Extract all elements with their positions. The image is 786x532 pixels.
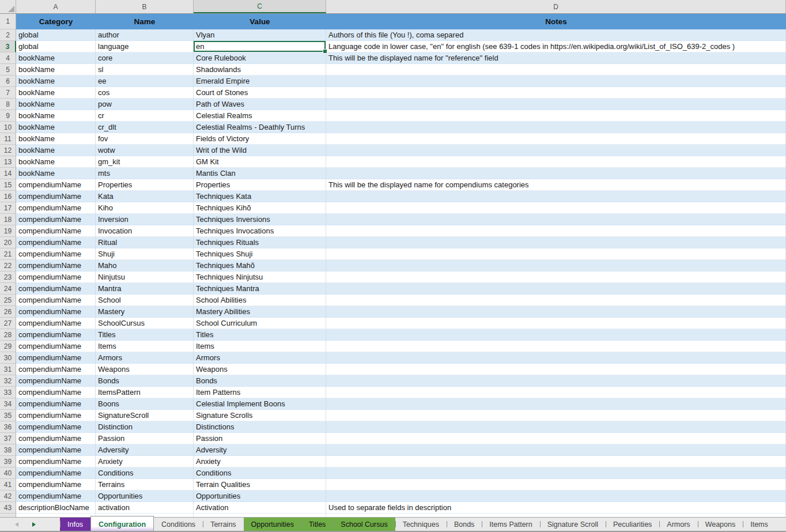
row-number[interactable]: 8 <box>0 99 16 110</box>
column-header[interactable]: A <box>16 0 96 13</box>
cell-value[interactable]: Adversity <box>194 444 326 456</box>
cell-category[interactable]: compendiumName <box>16 433 96 444</box>
cell-name[interactable]: cos <box>96 87 194 99</box>
cell-value[interactable]: Bonds <box>194 375 326 387</box>
cell-category[interactable]: compendiumName <box>16 214 96 225</box>
cell-name[interactable]: Properties <box>96 179 194 191</box>
cell-notes[interactable]: Language code in lower case, "en" for en… <box>326 41 786 52</box>
cell-name[interactable]: activation <box>96 502 194 514</box>
cell-category[interactable]: bookName <box>16 168 96 179</box>
cell-notes[interactable] <box>326 433 786 444</box>
cell-name[interactable]: fov <box>96 133 194 145</box>
row-number[interactable]: 9 <box>0 110 16 122</box>
sheet-tab[interactable]: Conditions <box>154 518 203 531</box>
cell-value[interactable]: Mastery Abilities <box>194 306 326 318</box>
cell-category[interactable]: compendiumName <box>16 364 96 375</box>
cell-name[interactable]: Maho <box>96 260 194 271</box>
sheet-tab[interactable]: Titles <box>301 518 333 531</box>
cell-name[interactable]: core <box>96 52 194 64</box>
cell-value[interactable]: Items <box>194 341 326 352</box>
cell-category[interactable]: bookName <box>16 133 96 145</box>
table-header-cell[interactable]: Category <box>16 14 96 29</box>
cell-notes[interactable] <box>326 352 786 364</box>
cell-value[interactable]: Techniques Kata <box>194 191 326 202</box>
cell-name[interactable]: Weapons <box>96 364 194 375</box>
cell-notes[interactable] <box>326 214 786 225</box>
cell-category[interactable]: compendiumName <box>16 341 96 352</box>
row-number[interactable]: 3 <box>0 41 16 52</box>
table-header-cell[interactable]: Notes <box>326 14 786 29</box>
cell-category[interactable]: bookName <box>16 145 96 156</box>
cell-notes[interactable] <box>326 76 786 87</box>
cell-value[interactable]: Item Patterns <box>194 387 326 398</box>
cell-notes[interactable] <box>326 421 786 433</box>
cell-value[interactable]: Terrain Qualities <box>194 479 326 491</box>
row-number[interactable]: 20 <box>0 237 16 248</box>
cell-category[interactable]: compendiumName <box>16 271 96 283</box>
row-number[interactable]: 1 <box>0 14 16 29</box>
cell-value[interactable]: GM Kit <box>194 156 326 168</box>
cell-name[interactable]: Items <box>96 341 194 352</box>
cell-value[interactable]: Signature Scrolls <box>194 410 326 421</box>
sheet-tab[interactable]: Items <box>743 518 776 531</box>
row-number[interactable]: 10 <box>0 122 16 133</box>
cell-category[interactable]: bookName <box>16 156 96 168</box>
cell-name[interactable]: Bonds <box>96 375 194 387</box>
cell-category[interactable]: compendiumName <box>16 248 96 260</box>
row-number[interactable]: 30 <box>0 352 16 364</box>
cell-category[interactable]: global <box>16 41 96 52</box>
cell-value[interactable]: Writ of the Wild <box>194 145 326 156</box>
cell-notes[interactable] <box>326 444 786 456</box>
cell-name[interactable]: Invocation <box>96 225 194 237</box>
cell-value[interactable]: Conditions <box>194 467 326 479</box>
cell-value[interactable]: Court of Stones <box>194 87 326 99</box>
cell-category[interactable]: compendiumName <box>16 456 96 467</box>
cell-name[interactable]: pow <box>96 99 194 110</box>
cell-category[interactable]: compendiumName <box>16 421 96 433</box>
cell-notes[interactable]: This will be the displayed name for comp… <box>326 179 786 191</box>
row-number[interactable]: 37 <box>0 433 16 444</box>
select-all-corner[interactable] <box>0 0 16 13</box>
cell-name[interactable]: gm_kit <box>96 156 194 168</box>
row-number[interactable]: 12 <box>0 145 16 156</box>
cell-notes[interactable] <box>326 491 786 502</box>
cell-name[interactable]: cr_dlt <box>96 122 194 133</box>
row-number[interactable]: 11 <box>0 133 16 145</box>
cell-category[interactable]: compendiumName <box>16 491 96 502</box>
cell-notes[interactable] <box>326 295 786 306</box>
row-number[interactable]: 36 <box>0 421 16 433</box>
cell-value[interactable]: Weapons <box>194 364 326 375</box>
row-number[interactable]: 19 <box>0 225 16 237</box>
cell-name[interactable]: Ritual <box>96 237 194 248</box>
cell-value[interactable]: Opportunities <box>194 491 326 502</box>
cell-notes[interactable] <box>326 318 786 329</box>
cell-category[interactable]: bookName <box>16 64 96 76</box>
cell-name[interactable]: ee <box>96 76 194 87</box>
row-number[interactable]: 35 <box>0 410 16 421</box>
cell-category[interactable]: compendiumName <box>16 191 96 202</box>
cell-value[interactable]: School Curriculum <box>194 318 326 329</box>
row-number[interactable]: 7 <box>0 87 16 99</box>
cell-value[interactable]: en <box>194 41 326 52</box>
cell-value[interactable]: Armors <box>194 352 326 364</box>
row-number[interactable]: 18 <box>0 214 16 225</box>
row-number[interactable]: 31 <box>0 364 16 375</box>
cell-name[interactable]: Titles <box>96 329 194 341</box>
row-number[interactable]: 4 <box>0 52 16 64</box>
sheet-tab[interactable]: Infos <box>60 518 90 531</box>
cell-value[interactable]: Activation <box>194 502 326 514</box>
cell-category[interactable]: compendiumName <box>16 444 96 456</box>
cell-category[interactable]: compendiumName <box>16 387 96 398</box>
cell-notes[interactable] <box>326 99 786 110</box>
cell-name[interactable]: Conditions <box>96 467 194 479</box>
cell-category[interactable]: compendiumName <box>16 283 96 295</box>
column-header[interactable]: D <box>326 0 786 13</box>
cell-value[interactable]: Celestial Implement Boons <box>194 398 326 410</box>
cell-name[interactable]: Passion <box>96 433 194 444</box>
cell-category[interactable]: compendiumName <box>16 225 96 237</box>
cell-name[interactable]: Shuji <box>96 248 194 260</box>
row-number[interactable]: 32 <box>0 375 16 387</box>
cell-value[interactable]: Core Rulebook <box>194 52 326 64</box>
cell-name[interactable]: Kata <box>96 191 194 202</box>
row-number[interactable]: 6 <box>0 76 16 87</box>
